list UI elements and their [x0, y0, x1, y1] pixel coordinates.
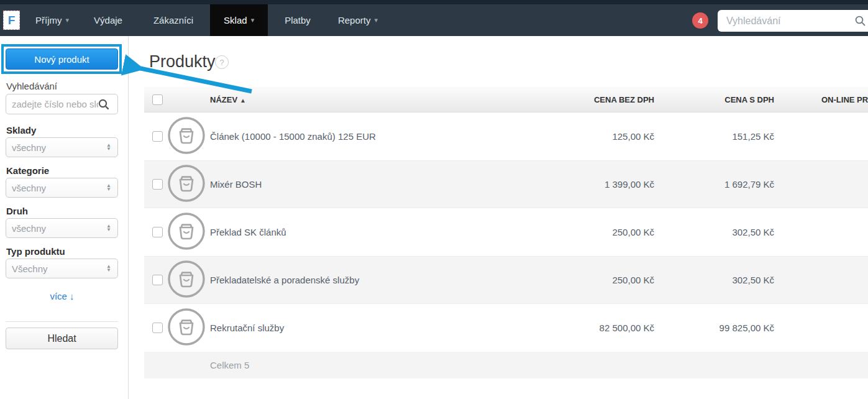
chevron-down-icon: ▾ — [374, 16, 378, 24]
stepper-icon: ▲ ▼ — [106, 265, 111, 272]
global-search-input[interactable] — [718, 16, 855, 27]
price-no-vat: 82 500,00 Kč — [511, 323, 654, 333]
more-filters-link[interactable]: více ↓ — [0, 291, 124, 301]
stepper-down-icon: ▼ — [106, 188, 111, 191]
stepper-icon: ▲ ▼ — [106, 224, 111, 232]
nav-item-sklad-active[interactable]: Sklad ▾ — [210, 0, 268, 36]
nav-item-label: Reporty — [338, 15, 371, 25]
top-navigation: F Příjmy ▾ Výdaje Zákazníci Sklad ▾ Plat… — [0, 0, 868, 36]
total-count: Celkem 5 — [210, 360, 511, 370]
search-submit-button[interactable]: Hledat — [6, 328, 118, 349]
price-vat: 99 825,00 Kč — [654, 323, 774, 333]
price-vat: 302,50 Kč — [654, 275, 774, 285]
nav-item-label: Platby — [285, 15, 311, 25]
product-name[interactable]: Překlad SK článků — [210, 227, 511, 237]
select-value: všechny — [12, 142, 46, 153]
filter-label-kategorie: Kategorie — [6, 165, 49, 176]
products-table: NÁZEV▲ CENA BEZ DPH CENA S DPH ON-LINE P… — [144, 87, 868, 378]
nav-item-label: Zákazníci — [153, 15, 193, 25]
table-row[interactable]: Překlad SK článků 250,00 Kč 302,50 Kč — [144, 208, 868, 256]
column-header-online[interactable]: ON-LINE PR — [774, 95, 868, 104]
table-row[interactable]: Mixér BOSH 1 399,00 Kč 1 692,79 Kč — [144, 160, 868, 208]
arrow-down-icon: ↓ — [70, 291, 75, 301]
global-search — [718, 10, 868, 32]
nav-item-prijmy[interactable]: Příjmy ▾ — [30, 4, 74, 36]
nav-item-label: Výdaje — [94, 15, 122, 25]
row-checkbox[interactable] — [152, 179, 163, 190]
row-checkbox[interactable] — [152, 227, 163, 237]
nav-item-reporty[interactable]: Reporty ▾ — [333, 4, 383, 36]
product-name[interactable]: Rekrutační služby — [210, 323, 511, 333]
stepper-down-icon: ▼ — [106, 147, 111, 151]
stepper-icon: ▲ ▼ — [106, 184, 111, 191]
product-bucket-icon — [167, 260, 206, 298]
page-body: Nový produkt Vyhledávání Sklady všechny … — [0, 36, 868, 399]
nav-item-zakaznici[interactable]: Zákazníci — [148, 4, 198, 36]
stepper-down-icon: ▼ — [106, 228, 111, 232]
main-content: Produkty ? NÁZEV▲ CENA BEZ DPH CENA S DP… — [129, 36, 868, 399]
more-filters-label: více — [50, 291, 67, 301]
sidebar-search-field — [6, 94, 118, 114]
filter-select-druh[interactable]: všechny ▲ ▼ — [6, 218, 118, 238]
table-header-row: NÁZEV▲ CENA BEZ DPH CENA S DPH ON-LINE P… — [144, 87, 868, 112]
column-header-name[interactable]: NÁZEV▲ — [210, 95, 511, 104]
product-bucket-icon — [167, 116, 206, 155]
row-checkbox[interactable] — [152, 275, 163, 285]
table-row[interactable]: Rekrutační služby 82 500,00 Kč 99 825,00… — [144, 304, 868, 352]
stepper-down-icon: ▼ — [106, 268, 111, 272]
price-vat: 1 692,79 Kč — [654, 179, 774, 190]
sort-asc-icon: ▲ — [240, 97, 246, 104]
filter-sidebar: Nový produkt Vyhledávání Sklady všechny … — [0, 36, 129, 399]
column-header-price-vat[interactable]: CENA S DPH — [654, 95, 774, 104]
sidebar-search-input[interactable] — [6, 99, 98, 109]
price-no-vat: 250,00 Kč — [511, 227, 654, 237]
price-no-vat: 1 399,00 Kč — [511, 179, 654, 190]
help-icon[interactable]: ? — [215, 55, 229, 69]
logo-letter: F — [8, 14, 16, 27]
filter-select-typ-produktu[interactable]: Všechny ▲ ▼ — [6, 259, 118, 278]
filter-label-druh: Druh — [6, 206, 28, 216]
price-no-vat: 125,00 Kč — [511, 131, 654, 142]
row-checkbox[interactable] — [152, 131, 163, 142]
select-value: všechny — [12, 223, 46, 234]
table-footer-row: Celkem 5 — [144, 352, 868, 378]
product-name[interactable]: Článek (10000 - 15000 znaků) 125 EUR — [210, 131, 511, 142]
chevron-down-icon: ▾ — [66, 16, 70, 24]
page-title: Produkty — [149, 52, 216, 71]
app-logo[interactable]: F — [3, 11, 20, 30]
filter-select-sklady[interactable]: všechny ▲ ▼ — [6, 137, 118, 157]
chevron-down-icon: ▾ — [251, 16, 255, 24]
product-bucket-icon — [167, 212, 206, 250]
table-row[interactable]: Článek (10000 - 15000 znaků) 125 EUR 125… — [144, 112, 868, 160]
product-bucket-icon — [167, 308, 206, 346]
product-name[interactable]: Překladatelské a poradenské služby — [210, 275, 511, 285]
search-icon — [855, 16, 866, 26]
filter-select-kategorie[interactable]: všechny ▲ ▼ — [6, 178, 118, 198]
new-product-button[interactable]: Nový produkt — [6, 48, 118, 70]
nav-item-platby[interactable]: Platby — [280, 4, 316, 36]
sidebar-search-label: Vyhledávání — [6, 81, 57, 91]
filter-label-typ-produktu: Typ produktu — [6, 246, 65, 257]
search-icon — [98, 99, 109, 110]
filter-label-sklady: Sklady — [6, 125, 36, 135]
product-bucket-icon — [167, 164, 206, 203]
row-checkbox[interactable] — [152, 323, 163, 333]
product-name[interactable]: Mixér BOSH — [210, 179, 511, 190]
price-vat: 151,25 Kč — [654, 131, 774, 142]
nav-item-vydaje[interactable]: Výdaje — [89, 4, 127, 36]
sidebar-divider — [6, 321, 118, 322]
select-all-checkbox[interactable] — [152, 94, 163, 105]
price-no-vat: 250,00 Kč — [511, 275, 654, 285]
notification-badge[interactable]: 4 — [692, 12, 708, 29]
price-vat: 302,50 Kč — [654, 227, 774, 237]
stepper-icon: ▲ ▼ — [106, 144, 111, 151]
nav-item-label: Příjmy — [35, 15, 62, 25]
nav-item-label: Sklad — [224, 15, 247, 25]
column-header-price-no-vat[interactable]: CENA BEZ DPH — [511, 95, 654, 104]
table-row[interactable]: Překladatelské a poradenské služby 250,0… — [144, 256, 868, 304]
select-value: Všechny — [12, 264, 48, 274]
column-header-label: NÁZEV — [210, 95, 237, 104]
select-value: všechny — [12, 183, 46, 193]
